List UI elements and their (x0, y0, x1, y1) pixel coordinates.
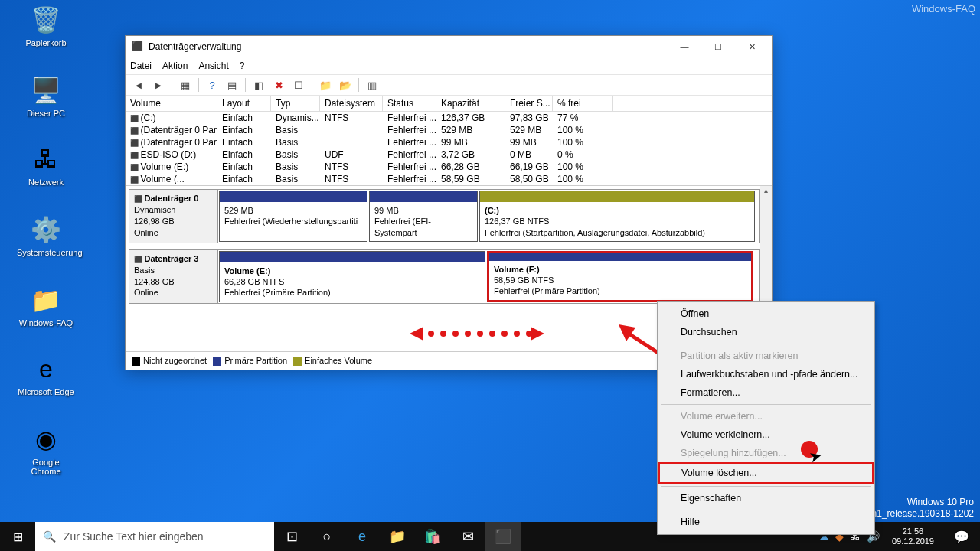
toolbar-icon[interactable]: ▦ (177, 77, 194, 93)
maximize-button[interactable]: ☐ (701, 36, 735, 57)
mail-icon[interactable]: ✉ (450, 522, 485, 551)
partition[interactable]: (C:)126,37 GB NTFSFehlerfrei (Startparti… (479, 191, 755, 242)
svg-marker-10 (531, 327, 544, 341)
volume-row[interactable]: ESD-ISO (D:)EinfachBasisUDFFehlerfrei ..… (126, 148, 772, 161)
edge-icon[interactable]: e (345, 522, 380, 551)
icon-glyph: 🖥️ (31, 75, 61, 106)
icon-glyph: e (31, 354, 61, 384)
icon-label: Windows-FAQ (17, 318, 75, 328)
svg-point-5 (477, 331, 483, 337)
disk: Datenträger 0Dynamisch126,98 GBOnline529… (129, 189, 760, 243)
volume-row[interactable]: Volume (E:)EinfachBasisNTFSFehlerfrei ..… (126, 161, 772, 173)
back-icon[interactable]: ◄ (130, 77, 147, 93)
partition[interactable]: Volume (E:)66,28 GB NTFSFehlerfrei (Prim… (219, 251, 485, 302)
menu-item: Spiegelung hinzufügen... (659, 444, 873, 462)
disk-header[interactable]: Datenträger 3Basis124,88 GBOnline (129, 250, 218, 303)
minimize-button[interactable]: — (668, 36, 701, 57)
icon-label: Papierkorb (17, 38, 75, 47)
desktop-icon[interactable]: 🗑️Papierkorb (17, 5, 75, 47)
window-title: Datenträgerverwaltung (149, 41, 668, 52)
diskmgmt-taskbar-icon[interactable]: ⬛ (485, 522, 521, 551)
volume-row[interactable]: (C:)EinfachDynamis...NTFSFehlerfrei ...1… (126, 112, 772, 124)
toolbar-icon[interactable]: ▥ (364, 77, 381, 93)
menubar: Datei Aktion Ansicht ? (126, 57, 772, 74)
icon-label: Microsoft Edge (17, 387, 75, 396)
toolbar-icon[interactable]: ▤ (224, 77, 240, 93)
svg-point-3 (452, 331, 459, 337)
menu-item: Volume erweitern... (659, 407, 873, 425)
volume-row[interactable]: Volume (...EinfachBasisNTFSFehlerfrei ..… (126, 173, 772, 185)
store-icon[interactable]: 🛍️ (415, 522, 450, 551)
desktop-icon[interactable]: ⚙️Systemsteuerung (17, 214, 75, 257)
toolbar-icon[interactable]: ◧ (250, 77, 267, 93)
menu-help[interactable]: ? (240, 60, 245, 71)
desktop-icon[interactable]: eMicrosoft Edge (17, 354, 75, 396)
menu-view[interactable]: Ansicht (198, 60, 228, 71)
svg-point-4 (465, 331, 471, 337)
help-icon[interactable]: ? (204, 77, 220, 93)
desktop-icon[interactable]: 🖥️Dieser PC (17, 75, 75, 118)
disk: Datenträger 3Basis124,88 GBOnlineVolume … (129, 249, 760, 304)
search-placeholder: Zur Suche Text hier eingeben (64, 530, 204, 543)
clock[interactable]: 21:56 09.12.2019 (886, 527, 940, 546)
search-box[interactable]: 🔍 Zur Suche Text hier eingeben (35, 522, 274, 551)
icon-glyph: ⚙️ (31, 214, 61, 245)
titlebar[interactable]: ⬛ Datenträgerverwaltung — ☐ ✕ (126, 36, 772, 57)
icon-glyph: 📁 (31, 285, 61, 315)
volume-row[interactable]: (Datenträger 0 Par...EinfachBasisFehlerf… (126, 136, 772, 148)
context-menu: ÖffnenDurchsuchenPartition als aktiv mar… (657, 301, 875, 535)
search-icon: 🔍 (43, 530, 56, 543)
legend-item: Einfaches Volume (293, 356, 372, 366)
icon-glyph: 🗑️ (31, 5, 61, 35)
cortana-icon[interactable]: ○ (309, 522, 345, 551)
volume-list: Volume Layout Typ Dateisystem Status Kap… (126, 96, 772, 186)
disk-header[interactable]: Datenträger 0Dynamisch126,98 GBOnline (129, 190, 218, 243)
partition[interactable]: 99 MBFehlerfrei (EFI-Systempart (369, 191, 478, 242)
svg-marker-12 (619, 324, 635, 341)
svg-point-1 (428, 331, 434, 337)
icon-label: Google Chrome (17, 458, 75, 476)
menu-item[interactable]: Durchsuchen (659, 323, 873, 341)
menu-action[interactable]: Aktion (162, 60, 188, 71)
toolbar-icon[interactable]: 📂 (337, 77, 354, 93)
svg-marker-0 (410, 327, 423, 341)
icon-label: Systemsteuerung (17, 248, 75, 257)
svg-point-6 (489, 331, 495, 337)
start-button[interactable]: ⊞ (0, 522, 35, 551)
desktop-icon[interactable]: 📁Windows-FAQ (17, 285, 75, 328)
icon-glyph: 🖧 (31, 144, 61, 174)
icon-glyph: ◉ (31, 424, 61, 455)
menu-item[interactable]: Laufwerkbuchstaben und -pfade ändern... (659, 365, 873, 383)
menu-item: Partition als aktiv markieren (659, 347, 873, 365)
svg-point-8 (514, 331, 520, 337)
task-view-icon[interactable]: ⊡ (274, 522, 309, 551)
notifications-icon[interactable]: 💬 (946, 522, 977, 551)
volume-row[interactable]: (Datenträger 0 Par...EinfachBasisFehlerf… (126, 124, 772, 136)
menu-item[interactable]: Hilfe (659, 513, 873, 531)
legend-item: Primäre Partition (213, 356, 287, 366)
partition[interactable]: Volume (F:)58,59 GB NTFSFehlerfrei (Prim… (487, 251, 753, 302)
toolbar-icon[interactable]: 📁 (317, 77, 334, 93)
menu-item[interactable]: Volume löschen... (658, 462, 874, 484)
menu-item[interactable]: Öffnen (659, 305, 873, 323)
toolbar-icon[interactable]: ☐ (290, 77, 307, 93)
desktop-icon[interactable]: ◉Google Chrome (17, 424, 75, 476)
volume-list-header[interactable]: Volume Layout Typ Dateisystem Status Kap… (126, 96, 772, 112)
menu-file[interactable]: Datei (130, 60, 152, 71)
icon-label: Netzwerk (17, 178, 75, 187)
desktop-icon[interactable]: 🖧Netzwerk (17, 144, 75, 187)
close-button[interactable]: ✕ (735, 36, 769, 57)
menu-item[interactable]: Volume verkleinern... (659, 425, 873, 444)
menu-item[interactable]: Formatieren... (659, 383, 873, 402)
legend-item: Nicht zugeordnet (132, 356, 207, 366)
delete-icon[interactable]: ✖ (270, 77, 287, 93)
toolbar: ◄ ► ▦ ? ▤ ◧ ✖ ☐ 📁 📂 ▥ (126, 74, 772, 96)
svg-point-7 (501, 331, 508, 337)
icon-label: Dieser PC (17, 109, 75, 118)
partition[interactable]: 529 MBFehlerfrei (Wiederherstellungspart… (219, 191, 368, 242)
svg-point-2 (440, 331, 446, 337)
app-icon: ⬛ (132, 41, 144, 53)
menu-item[interactable]: Eigenschaften (659, 489, 873, 507)
forward-icon[interactable]: ► (150, 77, 167, 93)
explorer-icon[interactable]: 📁 (380, 522, 415, 551)
